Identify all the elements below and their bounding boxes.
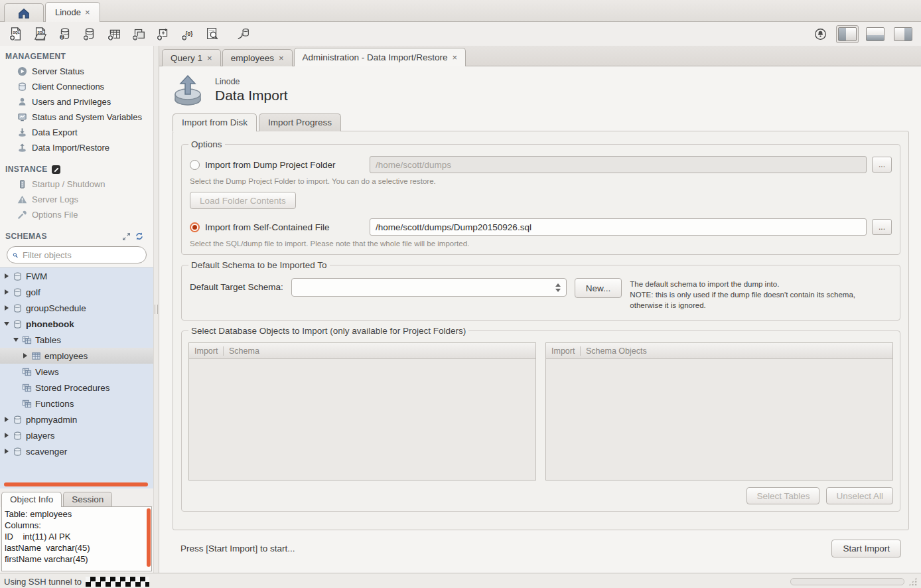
create-function-button[interactable]: {0} bbox=[177, 24, 198, 44]
create-view-button[interactable] bbox=[128, 24, 149, 44]
unselect-all-button[interactable]: Unselect All bbox=[826, 487, 893, 504]
connection-tab-linode[interactable]: Linode × bbox=[45, 2, 100, 22]
tree-item-views[interactable]: Views bbox=[0, 364, 153, 380]
radio-import-file-label[interactable]: Import from Self-Contained File bbox=[205, 222, 364, 232]
info-panel-tabs: Object Info Session bbox=[0, 488, 153, 507]
window-resize-grip[interactable] bbox=[908, 577, 917, 586]
start-import-button[interactable]: Start Import bbox=[831, 540, 901, 557]
tab-object-info[interactable]: Object Info bbox=[1, 492, 62, 507]
tree-item-fwm[interactable]: FWM bbox=[0, 268, 153, 284]
tab-import-progress[interactable]: Import Progress bbox=[259, 113, 341, 131]
chevron-right-icon[interactable] bbox=[5, 289, 9, 295]
chevron-right-icon[interactable] bbox=[5, 417, 9, 422]
column-header-schema-objects[interactable]: Schema Objects bbox=[581, 346, 892, 356]
expand-schemas-icon[interactable] bbox=[122, 232, 131, 241]
select-tables-button[interactable]: Select Tables bbox=[746, 487, 819, 504]
schema-filter[interactable] bbox=[7, 246, 147, 263]
dump-file-input[interactable] bbox=[370, 218, 867, 236]
chevron-right-icon[interactable] bbox=[5, 273, 9, 279]
radio-import-file[interactable] bbox=[190, 222, 200, 232]
create-schema-button[interactable] bbox=[79, 24, 100, 44]
home-tab[interactable] bbox=[4, 3, 44, 22]
schema-select-table[interactable]: Import Schema bbox=[188, 342, 536, 480]
procedures-folder-icon bbox=[22, 383, 32, 393]
chevron-down-icon[interactable] bbox=[4, 322, 9, 326]
target-schema-combobox[interactable] bbox=[291, 278, 567, 297]
connect-database-button[interactable] bbox=[233, 24, 254, 44]
tab-import-from-disk[interactable]: Import from Disk bbox=[173, 113, 257, 131]
data-export-icon bbox=[17, 127, 27, 137]
sidebar-item-users-privileges[interactable]: Users and Privileges bbox=[0, 94, 153, 110]
sidebar-item-client-connections[interactable]: Client Connections bbox=[0, 79, 153, 94]
close-icon[interactable]: × bbox=[453, 53, 458, 62]
sidebar-item-server-logs[interactable]: Server Logs bbox=[0, 192, 153, 207]
create-procedure-button[interactable] bbox=[153, 24, 174, 44]
status-progress-bar bbox=[790, 578, 904, 585]
column-header-schema[interactable]: Schema bbox=[224, 346, 535, 356]
new-sql-tab-button[interactable]: SQL bbox=[5, 24, 27, 44]
schema-objects-table[interactable]: Import Schema Objects bbox=[545, 342, 893, 480]
sidebar-item-options-file[interactable]: Options File bbox=[0, 207, 153, 222]
sidebar-item-data-import[interactable]: Data Import/Restore bbox=[0, 140, 153, 155]
tree-item-scavenger[interactable]: scavenger bbox=[0, 443, 153, 459]
toggle-bottom-panel-button[interactable] bbox=[864, 25, 886, 43]
tree-item-groupschedule[interactable]: groupSchedule bbox=[0, 300, 153, 316]
close-icon[interactable]: × bbox=[279, 54, 284, 62]
database-info-button[interactable]: i bbox=[54, 24, 76, 44]
table-inspector-icon bbox=[205, 27, 220, 41]
schema-objects-table-body[interactable] bbox=[546, 359, 892, 480]
radio-import-folder[interactable] bbox=[190, 160, 200, 170]
combobox-spinner-icon[interactable] bbox=[555, 283, 561, 292]
tab-employees[interactable]: employees × bbox=[222, 49, 293, 66]
chevron-right-icon[interactable] bbox=[5, 305, 9, 311]
tree-horizontal-scrollbar[interactable] bbox=[4, 482, 148, 486]
close-icon[interactable]: × bbox=[85, 8, 90, 17]
toggle-left-panel-button[interactable] bbox=[836, 25, 859, 43]
schema-filter-input[interactable] bbox=[21, 250, 141, 261]
svg-text:SQL: SQL bbox=[13, 31, 19, 35]
sidebar-item-server-status[interactable]: Server Status bbox=[0, 64, 153, 79]
notification-button[interactable] bbox=[810, 24, 831, 44]
new-schema-button[interactable]: New... bbox=[575, 278, 622, 298]
sidebar-item-system-variables[interactable]: Status and System Variables bbox=[0, 110, 153, 125]
management-header: MANAGEMENT bbox=[0, 46, 153, 64]
open-sql-script-button[interactable]: SQL bbox=[30, 24, 51, 44]
schema-icon bbox=[13, 303, 23, 313]
column-header-import[interactable]: Import bbox=[546, 346, 581, 356]
tree-item-phonebook[interactable]: phonebook bbox=[0, 316, 153, 332]
toggle-right-panel-button[interactable] bbox=[892, 25, 914, 43]
sidebar-item-data-export[interactable]: Data Export bbox=[0, 125, 153, 140]
instance-config-icon[interactable] bbox=[52, 165, 60, 174]
tab-administration-data-import[interactable]: Administration - Data Import/Restore × bbox=[294, 48, 466, 66]
object-info-panel: Table: employees Columns: ID int(11) AI … bbox=[1, 506, 152, 571]
schema-table-body[interactable] bbox=[189, 359, 535, 480]
dump-folder-input[interactable] bbox=[370, 156, 867, 173]
info-vertical-scrollbar[interactable] bbox=[147, 508, 151, 567]
close-icon[interactable]: × bbox=[207, 54, 212, 62]
create-table-button[interactable] bbox=[104, 24, 125, 44]
chevron-right-icon[interactable] bbox=[5, 449, 9, 454]
tree-item-tables[interactable]: Tables bbox=[0, 332, 153, 348]
tree-item-players[interactable]: players bbox=[0, 427, 153, 443]
browse-folder-button[interactable]: ... bbox=[872, 157, 892, 173]
browse-file-button[interactable]: ... bbox=[872, 219, 892, 235]
load-folder-contents-button[interactable]: Load Folder Contents bbox=[190, 192, 296, 209]
connect-database-icon bbox=[236, 27, 251, 41]
tree-item-golf[interactable]: golf bbox=[0, 284, 153, 300]
tree-item-functions[interactable]: Functions bbox=[0, 396, 153, 411]
column-header-import[interactable]: Import bbox=[189, 346, 224, 356]
tree-item-stored-procedures[interactable]: Stored Procedures bbox=[0, 380, 153, 396]
chevron-right-icon[interactable] bbox=[23, 353, 27, 358]
tree-item-phpmyadmin[interactable]: phpmyadmin bbox=[0, 411, 153, 427]
tab-session[interactable]: Session bbox=[63, 492, 112, 507]
radio-import-folder-label[interactable]: Import from Dump Project Folder bbox=[205, 160, 364, 170]
data-import-icon bbox=[174, 74, 202, 106]
refresh-schemas-icon[interactable] bbox=[135, 232, 144, 241]
sidebar-splitter[interactable] bbox=[153, 46, 159, 573]
sidebar-item-startup-shutdown[interactable]: Startup / Shutdown bbox=[0, 177, 153, 192]
tab-query-1[interactable]: Query 1 × bbox=[162, 49, 221, 66]
chevron-down-icon[interactable] bbox=[13, 338, 19, 342]
tree-item-employees[interactable]: employees bbox=[0, 348, 153, 364]
chevron-right-icon[interactable] bbox=[5, 433, 9, 438]
table-inspector-button[interactable] bbox=[202, 24, 223, 44]
